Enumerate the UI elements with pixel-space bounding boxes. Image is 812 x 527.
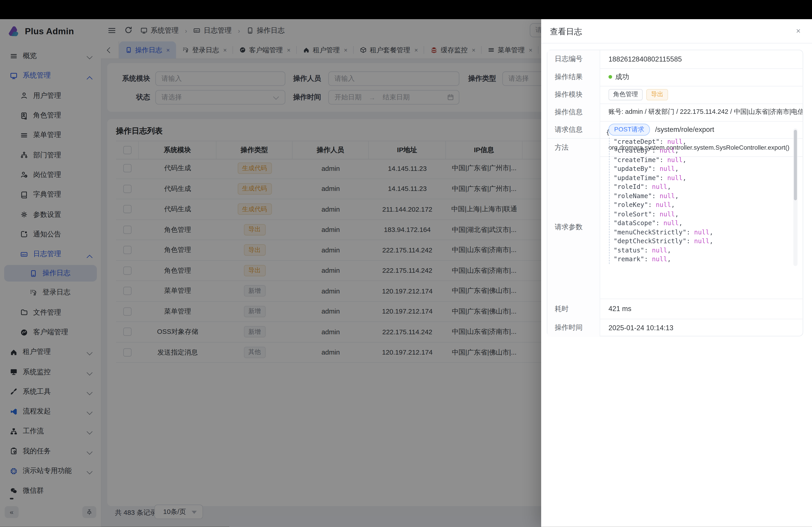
field-label: 日志编号 xyxy=(548,50,600,68)
field-label: 耗时 xyxy=(548,298,600,319)
json-line: "roleSort": null, xyxy=(606,210,797,219)
field-label: 请求参数 xyxy=(548,156,600,298)
json-line: "status": null, xyxy=(606,246,797,255)
json-line: "createBy": null, xyxy=(606,147,797,155)
operation-time-value: 2025-01-24 10:14:13 xyxy=(600,319,803,336)
json-line: "roleName": null, xyxy=(606,192,797,201)
json-line: "roleId": null, xyxy=(606,183,797,192)
json-line: "createTime": null, xyxy=(606,155,797,165)
json-indent-guide xyxy=(609,138,609,264)
json-line: "updateBy": null, xyxy=(606,165,797,174)
view-log-drawer: 查看日志 × 日志编号 1882612840802115585 操作结果 成功 … xyxy=(541,19,812,527)
module-value: 角色管理 导出 xyxy=(600,86,803,103)
field-label: 操作时间 xyxy=(548,319,600,336)
operation-info-value: 账号: admin / 研发部门 / 222.175.114.242 / 中国|… xyxy=(600,103,803,121)
module-tag: 角色管理 xyxy=(609,89,643,100)
success-dot-icon xyxy=(609,75,612,79)
field-label: 操作结果 xyxy=(548,68,600,86)
cost-value: 421 ms xyxy=(600,298,803,319)
screen: Plus Admin 概览 系统管理 用户管理 xyxy=(0,0,812,527)
field-label: 请求信息 xyxy=(548,121,600,138)
json-scrollbar-thumb[interactable] xyxy=(794,130,797,200)
log-id-value: 1882612840802115585 xyxy=(600,50,803,68)
json-line: "remark": null, xyxy=(606,255,797,264)
json-line: "roleKey": null, xyxy=(606,201,797,210)
field-label: 操作模块 xyxy=(548,86,600,103)
field-label: 方法 xyxy=(548,138,600,156)
json-line: "dataScope": null, xyxy=(606,219,797,228)
json-line: "createDept": null, xyxy=(606,137,797,147)
json-line: "updateTime": null, xyxy=(606,174,797,183)
request-params-json[interactable]: { "createDept": null, "createBy": null, … xyxy=(606,128,797,266)
drawer-header-divider xyxy=(541,43,812,44)
action-tag: 导出 xyxy=(646,89,668,100)
json-line: "deptCheckStrictly": null, xyxy=(606,237,797,246)
json-line: "menuCheckStrictly": null, xyxy=(606,228,797,237)
drawer-title: 查看日志 xyxy=(550,26,582,37)
field-label: 操作信息 xyxy=(548,103,600,121)
json-line: { xyxy=(606,128,797,137)
screen-top-strip xyxy=(0,0,812,19)
close-icon[interactable]: × xyxy=(796,27,800,34)
result-value: 成功 xyxy=(600,68,803,86)
